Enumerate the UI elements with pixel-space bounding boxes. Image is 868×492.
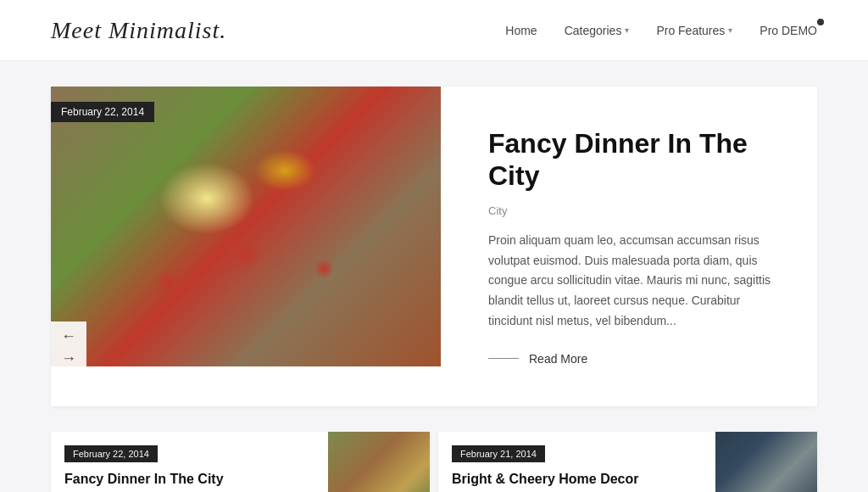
featured-excerpt: Proin aliquam quam leo, accumsan accumsa… [488,231,776,332]
chevron-down-icon: ▾ [728,25,732,35]
main-nav: Home Categories ▾ Pro Features ▾ Pro DEM… [505,24,817,37]
nav-categories[interactable]: Categories ▾ [565,24,630,37]
featured-content: Fancy Dinner In The City City Proin aliq… [441,87,817,406]
featured-title: Fancy Dinner In The City [488,127,776,193]
featured-date-badge: February 22, 2014 [51,102,154,122]
next-arrow[interactable]: → [61,350,76,366]
small-card-2-title[interactable]: Bright & Cheery Home Decor [452,471,702,489]
read-more-label: Read More [529,352,587,366]
nav-pro-features[interactable]: Pro Features ▾ [656,24,732,37]
small-card-1-inner: February 22, 2014 Fancy Dinner In The Ci… [51,432,430,492]
featured-post-card: February 22, 2014 ← → Fancy Dinner In Th… [51,87,817,406]
fabric-image [715,432,817,492]
site-logo[interactable]: Meet Minimalist. [51,17,226,44]
small-card-1-title[interactable]: Fancy Dinner In The City [64,471,314,489]
small-card-2-image [715,432,817,492]
nav-home[interactable]: Home [505,24,537,37]
featured-image [51,87,441,366]
small-card-2-text: February 21, 2014 Bright & Cheery Home D… [438,432,715,492]
featured-category: City [488,204,776,217]
site-header: Meet Minimalist. Home Categories ▾ Pro F… [0,0,868,61]
small-card-1-image [328,432,430,492]
cards-row: February 22, 2014 Fancy Dinner In The Ci… [51,432,817,492]
slider-arrows: ← → [51,321,86,372]
small-card-1-date: February 22, 2014 [64,445,158,462]
chevron-down-icon: ▾ [625,25,629,35]
small-card-1-text: February 22, 2014 Fancy Dinner In The Ci… [51,432,328,492]
pro-demo-dot [817,19,824,25]
salad-image [328,432,430,492]
small-card-2-inner: February 21, 2014 Bright & Cheery Home D… [438,432,817,492]
small-card-2-date: February 21, 2014 [452,445,545,462]
featured-image-wrapper: February 22, 2014 ← → [51,87,441,406]
prev-arrow[interactable]: ← [61,328,76,344]
nav-pro-demo-wrapper: Pro DEMO [760,24,817,37]
nav-pro-demo[interactable]: Pro DEMO [760,24,817,37]
small-card-1: February 22, 2014 Fancy Dinner In The Ci… [51,432,430,492]
main-content: February 22, 2014 ← → Fancy Dinner In Th… [0,61,868,492]
read-more-link[interactable]: Read More [488,352,776,366]
small-card-2: February 21, 2014 Bright & Cheery Home D… [438,432,817,492]
read-more-line [488,358,519,359]
